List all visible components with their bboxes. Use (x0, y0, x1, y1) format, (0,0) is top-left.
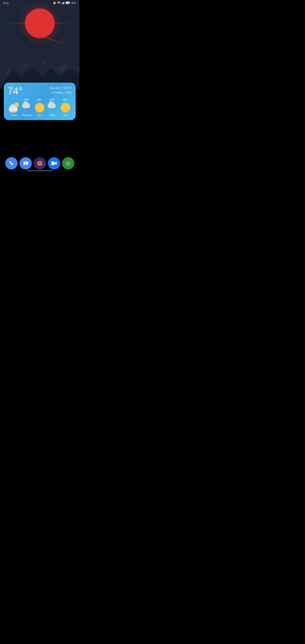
status-bar: 5:11 ⏰ 85% (0, 0, 80, 6)
sun-label: Sun (38, 114, 42, 117)
tomorrow-label: Tomorrow (22, 114, 32, 117)
dock-firefox-app[interactable] (34, 157, 46, 170)
svg-rect-3 (63, 2, 64, 4)
dock-meet-app[interactable] (48, 157, 60, 170)
dock-phone-app[interactable] (5, 157, 18, 170)
dock-messages-app[interactable] (20, 157, 32, 170)
weather-meta: Max/Min • 78°/74° Humidity • 100% (50, 86, 72, 95)
status-icons-group: ⏰ 85% (53, 2, 76, 4)
svg-rect-6 (70, 2, 70, 4)
battery-icon (66, 2, 70, 4)
mon-temp: 90° (50, 98, 55, 102)
svg-rect-2 (62, 2, 63, 4)
svg-point-15 (39, 162, 41, 164)
svg-point-0 (58, 4, 59, 4)
forecast-tomorrow: 89° Tomorrow (20, 98, 34, 117)
svg-rect-4 (64, 2, 64, 4)
svg-point-27 (68, 163, 69, 163)
sun-temp: 90° (37, 98, 42, 102)
svg-rect-1 (62, 3, 62, 4)
sun-icon (34, 102, 45, 113)
tue-icon (60, 102, 71, 113)
forecast-mon: 90° Mon (46, 98, 59, 117)
svg-rect-24 (66, 164, 67, 166)
today-icon (9, 102, 19, 113)
tue-temp: 88° (63, 98, 68, 102)
battery-percent: 85% (72, 2, 76, 4)
alarm-icon: ⏰ (53, 2, 56, 4)
tomorrow-temp: 89° (24, 98, 30, 102)
tomorrow-icon (22, 102, 32, 113)
home-indicator[interactable] (27, 170, 52, 171)
current-temperature: 74° (8, 86, 22, 96)
mon-icon (47, 102, 58, 113)
signal-icon (62, 2, 64, 4)
svg-point-26 (67, 163, 68, 163)
mon-label: Mon (50, 114, 55, 117)
app-dock (0, 157, 80, 170)
forecast-today: Today (8, 102, 20, 117)
weather-forecast: Today 89° Tomorrow 90° (8, 98, 72, 117)
forecast-sun: 90° Sun (33, 98, 46, 117)
sun-ray-left (0, 23, 42, 24)
svg-rect-7 (66, 2, 68, 4)
forecast-tue: 88° Tue (59, 98, 72, 117)
weather-top: 74° Max/Min • 78°/74° Humidity • 100% (8, 86, 72, 96)
status-time: 5:11 (4, 2, 9, 5)
svg-rect-25 (70, 164, 70, 166)
svg-rect-16 (51, 162, 55, 165)
today-label: Today (10, 114, 17, 117)
dock-droid-app[interactable] (62, 157, 74, 170)
max-min-label: Max/Min • 78°/74° (50, 86, 72, 90)
humidity-label: Humidity • 100% (50, 90, 72, 95)
svg-marker-18 (55, 162, 57, 165)
weather-widget[interactable]: 74° Max/Min • 78°/74° Humidity • 100% To… (4, 82, 76, 120)
wifi-icon (57, 2, 60, 4)
wallpaper (0, 0, 80, 89)
sun-ray-right (37, 23, 80, 24)
tue-label: Tue (63, 114, 68, 117)
